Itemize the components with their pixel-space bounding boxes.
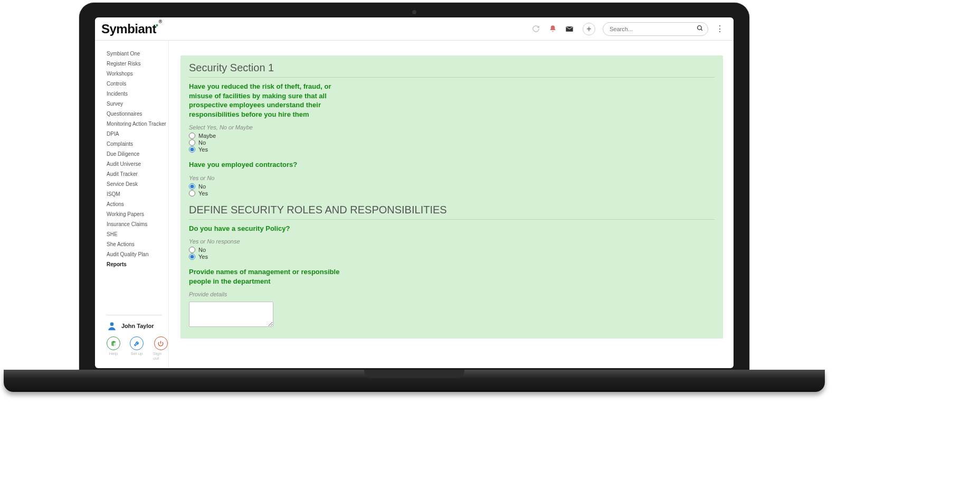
q3-label-yes: Yes [198, 254, 208, 260]
sidebar-item-actions[interactable]: Actions [107, 201, 168, 208]
q3-option-no[interactable]: No [189, 247, 715, 253]
q2-option-no[interactable]: No [189, 183, 715, 190]
sidebar-item-she[interactable]: SHE [107, 231, 168, 238]
mail-icon[interactable] [564, 23, 575, 35]
signout-action[interactable]: Sign out [153, 336, 168, 361]
app-screen: Symbiant•® + ⋮ Symbian [95, 17, 734, 368]
signout-label: Sign out [153, 351, 168, 361]
help-action[interactable]: Help [107, 336, 120, 361]
search-icon[interactable] [697, 25, 703, 33]
add-button[interactable]: + [583, 23, 595, 35]
q1-radio-maybe[interactable] [189, 133, 195, 139]
wrench-icon[interactable] [130, 336, 144, 350]
content-area: Security Section 1 Have you reduced the … [169, 41, 734, 368]
q1-label-no: No [198, 139, 206, 146]
form-panel: Security Section 1 Have you reduced the … [180, 55, 723, 339]
sidebar-item-audit-quality-plan[interactable]: Audit Quality Plan [107, 251, 168, 258]
details-textarea[interactable] [189, 302, 273, 327]
main-layout: Symbiant OneRegister RisksWorkshopsContr… [95, 41, 734, 368]
q1-radio-yes[interactable] [189, 146, 195, 153]
question-1-hint: Select Yes, No or Maybe [189, 124, 715, 130]
question-3: Do you have a security Policy? [189, 224, 342, 233]
brand-text: Symbiant [101, 22, 156, 36]
q2-radio-yes[interactable] [189, 190, 195, 196]
sidebar-item-survey[interactable]: Survey [107, 100, 168, 107]
sidebar-item-complaints[interactable]: Complaints [107, 140, 168, 147]
sidebar-item-symbiant-one[interactable]: Symbiant One [107, 50, 168, 57]
overflow-menu-icon[interactable]: ⋮ [713, 24, 726, 34]
laptop-camera [412, 10, 416, 14]
search-box[interactable] [603, 22, 708, 36]
section-1-title: Security Section 1 [189, 62, 715, 78]
q1-radio-no[interactable] [189, 139, 195, 146]
q1-option-yes[interactable]: Yes [189, 146, 715, 153]
q3-option-yes[interactable]: Yes [189, 254, 715, 260]
svg-line-1 [701, 29, 702, 31]
setup-action[interactable]: Set up [130, 336, 144, 361]
sidebar-item-questionnaires[interactable]: Questionnaires [107, 110, 168, 117]
avatar-icon [107, 321, 117, 331]
sidebar-item-insurance-claims[interactable]: Insurance Claims [107, 221, 168, 228]
brand-dot: • [156, 21, 158, 30]
brand-logo: Symbiant•® [101, 22, 165, 36]
laptop-base [4, 370, 825, 392]
svg-point-0 [698, 25, 702, 30]
user-name: John Taylor [121, 323, 154, 329]
q1-option-no[interactable]: No [189, 139, 715, 146]
sidebar-item-monitoring-action-tracker[interactable]: Monitoring Action Tracker [107, 120, 168, 127]
sidebar-item-register-risks[interactable]: Register Risks [107, 60, 168, 67]
user-row[interactable]: John Taylor [107, 321, 168, 331]
sidebar-item-dpia[interactable]: DPIA [107, 130, 168, 137]
question-4-hint: Provide details [189, 291, 715, 297]
svg-point-2 [110, 322, 114, 326]
power-icon[interactable] [154, 336, 168, 350]
sidebar-item-working-papers[interactable]: Working Papers [107, 211, 168, 218]
brand-reg: ® [158, 19, 161, 24]
q2-radio-no[interactable] [189, 183, 195, 190]
sidebar-item-controls[interactable]: Controls [107, 80, 168, 87]
laptop-notch [364, 370, 464, 378]
question-1-options: MaybeNoYes [189, 133, 715, 153]
q2-label-yes: Yes [198, 190, 208, 196]
q1-option-maybe[interactable]: Maybe [189, 133, 715, 139]
q1-label-maybe: Maybe [198, 133, 216, 139]
laptop-frame: Symbiant•® + ⋮ Symbian [79, 3, 749, 372]
q2-option-yes[interactable]: Yes [189, 190, 715, 196]
section-2-title: DEFINE SECURITY ROLES AND RESPONSIBILITI… [189, 204, 715, 220]
search-input[interactable] [610, 26, 693, 32]
help-label: Help [109, 351, 118, 356]
sidebar-item-incidents[interactable]: Incidents [107, 90, 168, 97]
sidebar-item-isqm[interactable]: ISQM [107, 191, 168, 198]
question-4: Provide names of management or responsib… [189, 267, 342, 286]
question-1: Have you reduced the risk of theft, frau… [189, 82, 342, 119]
q3-radio-yes[interactable] [189, 254, 195, 260]
top-bar: Symbiant•® + ⋮ [95, 17, 734, 41]
setup-label: Set up [130, 351, 142, 356]
sidebar-item-service-desk[interactable]: Service Desk [107, 181, 168, 188]
question-3-hint: Yes or No response [189, 238, 715, 245]
bell-icon[interactable] [547, 23, 558, 35]
bottom-actions: Help Set up Sign out [107, 336, 168, 361]
question-2: Have you employed contractors? [189, 160, 342, 170]
nav-list: Symbiant OneRegister RisksWorkshopsContr… [107, 50, 168, 268]
sidebar-item-audit-universe[interactable]: Audit Universe [107, 161, 168, 167]
refresh-icon[interactable] [530, 23, 541, 35]
q1-label-yes: Yes [198, 146, 208, 153]
sidebar: Symbiant OneRegister RisksWorkshopsContr… [95, 41, 169, 368]
q3-radio-no[interactable] [189, 247, 195, 253]
question-2-hint: Yes or No [189, 175, 715, 181]
help-icon[interactable] [107, 336, 120, 350]
sidebar-item-workshops[interactable]: Workshops [107, 70, 168, 77]
q3-label-no: No [198, 247, 206, 253]
sidebar-item-reports[interactable]: Reports [107, 261, 168, 268]
question-3-options: NoYes [189, 247, 715, 260]
sidebar-item-due-diligence[interactable]: Due Diligence [107, 151, 168, 157]
q2-label-no: No [198, 183, 206, 190]
sidebar-divider [107, 315, 162, 315]
sidebar-item-audit-tracker[interactable]: Audit Tracker [107, 171, 168, 177]
question-2-options: NoYes [189, 183, 715, 196]
sidebar-item-she-actions[interactable]: She Actions [107, 241, 168, 248]
